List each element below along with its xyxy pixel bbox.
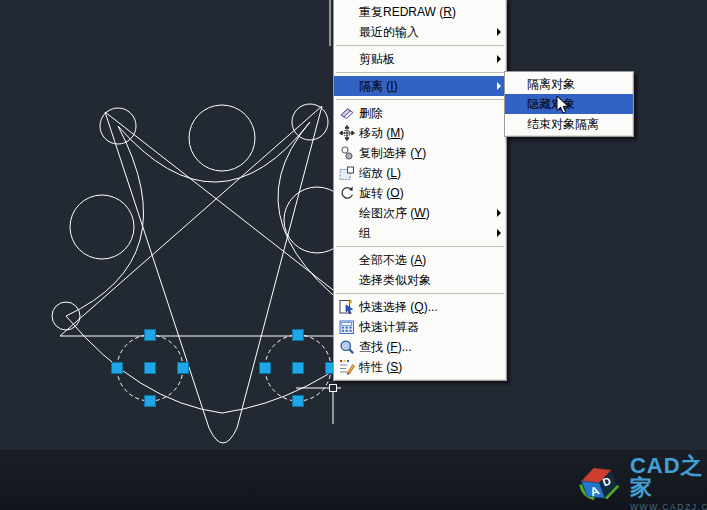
grip-handle[interactable] xyxy=(145,330,156,341)
menu-separator xyxy=(334,96,506,103)
grip-handle[interactable] xyxy=(293,363,304,374)
menu-item-copy-selection[interactable]: 复制选择 (Y) xyxy=(334,143,506,163)
submenu-arrow-icon xyxy=(491,82,504,90)
menu-item-label: 剪贴板 xyxy=(357,51,491,68)
menu-icon-empty xyxy=(336,272,357,289)
grip-handle[interactable] xyxy=(260,363,271,374)
copy-selection-icon xyxy=(336,145,357,162)
pickbox xyxy=(330,385,337,392)
menu-item-label: 结束对象隔离 xyxy=(505,116,620,133)
submenu-arrow-icon xyxy=(491,209,504,217)
menu-item-rotate[interactable]: 旋转 (O) xyxy=(334,183,506,203)
submenu-arrow-icon xyxy=(491,229,504,237)
menu-item-draw-order[interactable]: 绘图次序 (W) xyxy=(334,203,506,223)
menu-item-label: 旋转 (O) xyxy=(357,185,491,202)
menu-icon-empty xyxy=(336,4,357,21)
menu-icon-empty xyxy=(336,51,357,68)
menu-separator xyxy=(334,290,506,297)
site-url: WWW.CADZJ.COM xyxy=(630,503,707,510)
menu-item-label: 隔离对象 xyxy=(505,76,620,93)
quick-select-icon xyxy=(336,299,357,316)
menu-icon-empty xyxy=(336,225,357,242)
menu-item-label: 快速选择 (Q)... xyxy=(357,299,491,316)
menu-item-move[interactable]: 移动 (M) xyxy=(334,123,506,143)
submenu-arrow-icon xyxy=(491,55,504,63)
site-logo-cube-icon: A D xyxy=(576,458,624,508)
rotate-icon xyxy=(336,185,357,202)
site-name: CAD之家 xyxy=(630,455,707,499)
drawing-polyline[interactable] xyxy=(105,106,322,443)
menu-item-label: 重复REDRAW (R) xyxy=(357,4,491,21)
grip-handle[interactable] xyxy=(145,396,156,407)
menu-item-label: 全部不选 (A) xyxy=(357,252,491,269)
menu-item-clipboard[interactable]: 剪贴板 xyxy=(334,49,506,69)
grip-handle[interactable] xyxy=(178,363,189,374)
drawing-circle[interactable] xyxy=(189,105,255,171)
drawing-circle[interactable] xyxy=(70,195,134,259)
menu-item-group[interactable]: 组 xyxy=(334,223,506,243)
grip-handle[interactable] xyxy=(112,363,123,374)
grip-handle[interactable] xyxy=(293,330,304,341)
menu-item-label: 缩放 (L) xyxy=(357,165,491,182)
menu-item-repeat-redraw[interactable]: 重复REDRAW (R) xyxy=(334,2,506,22)
grip-handle[interactable] xyxy=(293,396,304,407)
menu-item-quick-select[interactable]: 快速选择 (Q)... xyxy=(334,297,506,317)
submenu-item-isolate-objects[interactable]: 隔离对象 xyxy=(505,74,633,94)
find-icon xyxy=(336,339,357,356)
menu-separator xyxy=(334,243,506,250)
menu-item-scale[interactable]: 缩放 (L) xyxy=(334,163,506,183)
menu-item-erase[interactable]: 删除 xyxy=(334,103,506,123)
menu-item-label: 绘图次序 (W) xyxy=(357,205,491,222)
menu-icon-empty xyxy=(336,252,357,269)
menu-item-label: 复制选择 (Y) xyxy=(357,145,491,162)
menu-separator xyxy=(334,69,506,76)
menu-item-label: 隔离 (I) xyxy=(357,78,491,95)
menu-item-label: 特性 (S) xyxy=(357,359,491,376)
menu-item-label: 快速计算器 xyxy=(357,319,491,336)
menu-item-isolate[interactable]: 隔离 (I) xyxy=(334,76,506,96)
menu-item-select-similar[interactable]: 选择类似对象 xyxy=(334,270,506,290)
grip-handle[interactable] xyxy=(145,363,156,374)
submenu-arrow-icon xyxy=(491,28,504,36)
eraser-icon xyxy=(336,105,357,122)
menu-item-label: 删除 xyxy=(357,105,491,122)
menu-item-label: 移动 (M) xyxy=(357,125,491,142)
menu-icon-empty xyxy=(336,78,357,95)
mouse-cursor xyxy=(556,95,570,115)
menu-item-label: 选择类似对象 xyxy=(357,272,491,289)
scale-icon xyxy=(336,165,357,182)
menu-item-find[interactable]: 查找 (F)... xyxy=(334,337,506,357)
menu-item-label: 最近的输入 xyxy=(357,24,491,41)
move-icon xyxy=(336,125,357,142)
calculator-icon xyxy=(336,319,357,336)
menu-separator xyxy=(334,42,506,49)
submenu-item-end-object-isolation[interactable]: 结束对象隔离 xyxy=(505,114,633,134)
drawing-line[interactable] xyxy=(60,106,322,336)
menu-icon-empty xyxy=(336,24,357,41)
context-menu[interactable]: 重复REDRAW (R)最近的输入剪贴板隔离 (I)删除移动 (M)复制选择 (… xyxy=(333,0,507,381)
selection-grips[interactable] xyxy=(112,330,337,407)
menu-icon-empty xyxy=(336,205,357,222)
menu-item-properties[interactable]: 特性 (S) xyxy=(334,357,506,377)
menu-item-label: 查找 (F)... xyxy=(357,339,491,356)
menu-item-quick-calc[interactable]: 快速计算器 xyxy=(334,317,506,337)
menu-item-recent-input[interactable]: 最近的输入 xyxy=(334,22,506,42)
menu-item-deselect-all[interactable]: 全部不选 (A) xyxy=(334,250,506,270)
properties-icon xyxy=(336,359,357,376)
menu-item-label: 组 xyxy=(357,225,491,242)
watermark: A D CAD之家 WWW.CADZJ.COM xyxy=(576,455,707,510)
